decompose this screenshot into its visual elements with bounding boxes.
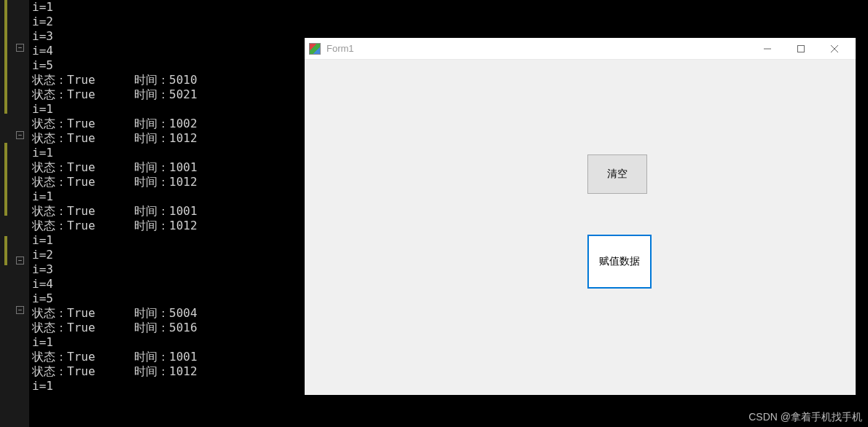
console-line: 状态：True时间：5004 bbox=[32, 306, 198, 321]
form1-window: Form1 清空 赋值数据 bbox=[305, 38, 856, 395]
console-line: 状态：True时间：1012 bbox=[32, 219, 198, 233]
fold-toggle-icon[interactable]: − bbox=[16, 306, 24, 314]
status-text: 状态：True bbox=[32, 204, 134, 219]
time-text: 时间：1012 bbox=[134, 364, 198, 379]
status-text: 状态：True bbox=[32, 160, 134, 175]
close-button[interactable] bbox=[818, 38, 851, 60]
console-line: 状态：True时间：1012 bbox=[32, 131, 198, 146]
time-text: 时间：1001 bbox=[134, 160, 198, 175]
status-text: 状态：True bbox=[32, 131, 134, 146]
time-text: 时间：1012 bbox=[134, 175, 198, 189]
fold-toggle-icon[interactable]: − bbox=[16, 256, 24, 265]
app-icon bbox=[309, 43, 321, 55]
console-line: 状态：True时间：1012 bbox=[32, 175, 198, 189]
time-text: 时间：1001 bbox=[134, 204, 198, 219]
console-line: i=3 bbox=[32, 29, 198, 44]
time-text: 时间：1012 bbox=[134, 219, 198, 233]
time-text: 时间：5010 bbox=[134, 73, 198, 87]
change-marker bbox=[4, 236, 7, 265]
form-body: 清空 赋值数据 bbox=[305, 60, 856, 395]
maximize-button[interactable] bbox=[784, 38, 818, 60]
change-marker bbox=[4, 143, 7, 216]
time-text: 时间：1002 bbox=[134, 117, 198, 131]
change-marker bbox=[4, 0, 7, 114]
status-text: 状态：True bbox=[32, 219, 134, 233]
time-text: 时间：1012 bbox=[134, 131, 198, 146]
console-line: 状态：True时间：1001 bbox=[32, 160, 198, 175]
console-line: 状态：True时间：1001 bbox=[32, 350, 198, 364]
console-line: i=1 bbox=[32, 102, 198, 117]
debug-output-console: i=1i=2i=3i=4i=5状态：True时间：5010状态：True时间：5… bbox=[32, 0, 198, 393]
time-text: 时间：5004 bbox=[134, 306, 198, 321]
time-text: 时间：5016 bbox=[134, 321, 198, 335]
console-line: 状态：True时间：5021 bbox=[32, 87, 198, 102]
time-text: 时间：5021 bbox=[134, 87, 198, 102]
status-text: 状态：True bbox=[32, 321, 134, 335]
console-line: i=1 bbox=[32, 379, 198, 393]
console-line: i=1 bbox=[32, 146, 198, 160]
window-title: Form1 bbox=[327, 43, 751, 54]
fold-toggle-icon[interactable]: − bbox=[16, 44, 24, 52]
console-line: i=5 bbox=[32, 291, 198, 306]
clear-button[interactable]: 清空 bbox=[587, 154, 647, 194]
console-line: i=1 bbox=[32, 233, 198, 248]
fold-toggle-icon[interactable]: − bbox=[16, 131, 24, 139]
status-text: 状态：True bbox=[32, 364, 134, 379]
assign-data-button[interactable]: 赋值数据 bbox=[587, 235, 652, 289]
status-text: 状态：True bbox=[32, 73, 134, 87]
status-text: 状态：True bbox=[32, 87, 134, 102]
console-line: i=1 bbox=[32, 189, 198, 204]
console-line: i=1 bbox=[32, 0, 198, 15]
console-line: 状态：True时间：1012 bbox=[32, 364, 198, 379]
console-line: i=2 bbox=[32, 15, 198, 29]
console-line: i=4 bbox=[32, 277, 198, 291]
status-text: 状态：True bbox=[32, 117, 134, 131]
console-line: 状态：True时间：5010 bbox=[32, 73, 198, 87]
console-line: i=5 bbox=[32, 58, 198, 73]
minimize-button[interactable] bbox=[751, 38, 784, 60]
titlebar[interactable]: Form1 bbox=[305, 38, 856, 60]
time-text: 时间：1001 bbox=[134, 350, 198, 364]
console-line: 状态：True时间：1001 bbox=[32, 204, 198, 219]
editor-gutter: −−−− bbox=[0, 0, 29, 427]
status-text: 状态：True bbox=[32, 175, 134, 189]
console-line: i=1 bbox=[32, 335, 198, 350]
watermark: CSDN @拿着手机找手机 bbox=[748, 411, 862, 424]
console-line: 状态：True时间：1002 bbox=[32, 117, 198, 131]
console-line: i=4 bbox=[32, 44, 198, 58]
console-line: i=2 bbox=[32, 248, 198, 262]
status-text: 状态：True bbox=[32, 306, 134, 321]
svg-rect-1 bbox=[798, 45, 805, 52]
console-line: 状态：True时间：5016 bbox=[32, 321, 198, 335]
status-text: 状态：True bbox=[32, 350, 134, 364]
console-line: i=3 bbox=[32, 262, 198, 277]
